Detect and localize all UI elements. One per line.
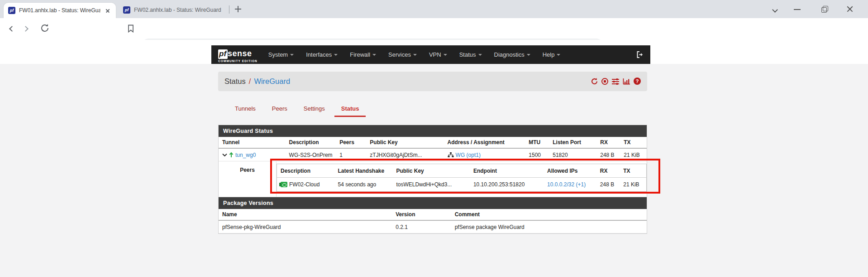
tab-title: FW02.anhlx.lab - Status: WireGuard	[134, 7, 223, 13]
tunnel-tx: 21 KiB	[620, 152, 647, 158]
pfsense-menu: System Interfaces Firewall Services VPN …	[268, 51, 561, 58]
caret-down-icon	[444, 54, 447, 56]
peer-handshake-icon	[281, 182, 287, 187]
menu-diagnostics[interactable]: Diagnostics	[494, 51, 530, 58]
peers-subtable: Description Latest Handshake Public Key …	[277, 164, 647, 192]
browser-tab-fw01[interactable]: pf FW01.anhlx.lab - Status: WireGua	[4, 3, 116, 18]
tab-settings[interactable]: Settings	[297, 103, 332, 117]
page-action-icons: ?	[591, 78, 641, 85]
collapse-chevron-icon[interactable]	[222, 153, 227, 157]
pfsense-logo[interactable]: pfsense COMMUNITY EDITION	[218, 49, 258, 63]
package-version: 0.2.1	[392, 224, 451, 230]
tab-tunnels[interactable]: Tunnels	[228, 103, 262, 117]
tunnel-peers-count: 1	[336, 152, 366, 158]
tunnel-name-link[interactable]: tun_wg0	[235, 152, 256, 158]
peer-allowed-ips-link[interactable]: 10.0.0.2/32 (+1)	[547, 181, 586, 188]
wireguard-status-table: WireGuard Status Tunnel Description Peer…	[218, 125, 647, 198]
stop-refresh-icon[interactable]	[601, 78, 608, 85]
forward-button[interactable]	[22, 24, 33, 34]
screen: pf FW01.anhlx.lab - Status: WireGua pf F…	[0, 0, 868, 277]
refresh-icon[interactable]	[591, 78, 598, 85]
package-versions-table: Package Versions Name Version Comment pf…	[218, 197, 647, 234]
caret-down-icon	[334, 54, 338, 56]
tunnel-rx: 248 B	[596, 152, 620, 158]
tab-search-icon[interactable]	[771, 5, 780, 14]
back-button[interactable]	[6, 24, 17, 34]
package-table-header: Name Version Comment	[219, 209, 647, 221]
minimize-button[interactable]	[793, 5, 802, 14]
peer-row: FW02-Cloud 54 seconds ago tosWELDwdHi+Qk…	[277, 178, 646, 191]
menu-status[interactable]: Status	[459, 51, 482, 58]
caret-down-icon	[478, 54, 482, 56]
caret-down-icon	[413, 54, 417, 56]
peer-endpoint: 10.10.200.253:51820	[470, 181, 544, 188]
tunnel-listen-port: 51820	[549, 152, 596, 158]
tunnel-mtu: 1500	[525, 152, 549, 158]
menu-interfaces[interactable]: Interfaces	[306, 51, 338, 58]
caret-down-icon	[290, 54, 294, 56]
new-tab-button[interactable]	[234, 5, 243, 14]
pfsense-navbar: pfsense COMMUNITY EDITION System Interfa…	[211, 45, 650, 64]
caret-down-icon	[557, 54, 560, 56]
peers-expanded-row: Peers Description Latest Handshake Publi…	[219, 161, 647, 197]
tab-status[interactable]: Status	[334, 103, 366, 117]
restore-button[interactable]	[820, 5, 829, 14]
package-table-title: Package Versions	[219, 197, 647, 209]
browser-tab-fw02[interactable]: pf FW02.anhlx.lab - Status: WireGuard	[119, 4, 227, 16]
peer-latest-handshake: 54 seconds ago	[334, 181, 392, 188]
pfsense-logo-pf: pf	[218, 49, 228, 59]
filter-sliders-icon[interactable]	[611, 78, 620, 85]
menu-services[interactable]: Services	[388, 51, 417, 58]
status-table-header: Tunnel Description Peers Public Key Addr…	[219, 137, 647, 149]
pfsense-favicon: pf	[123, 6, 130, 14]
window-close-button[interactable]	[845, 5, 854, 14]
help-icon[interactable]: ?	[634, 78, 641, 85]
reload-button[interactable]	[40, 23, 50, 33]
browser-tab-strip: pf FW01.anhlx.lab - Status: WireGua pf F…	[0, 0, 868, 18]
pfsense-tabs: Tunnels Peers Settings Status	[228, 103, 368, 117]
bookmark-icon[interactable]	[126, 24, 136, 34]
tunnel-row: tun_wg0 WG-S2S-OnPrem 1 zTJHXGit0gAjDtSm…	[219, 149, 647, 161]
menu-system[interactable]: System	[268, 51, 294, 58]
package-row: pfSense-pkg-WireGuard 0.2.1 pfSense pack…	[219, 221, 647, 233]
tunnel-public-key: zTJHXGit0gAjDtSm...	[366, 152, 444, 158]
peers-label: Peers	[219, 161, 277, 197]
tunnel-interface-link[interactable]: WG (opt1)	[456, 152, 481, 158]
pfsense-edition-label: COMMUNITY EDITION	[218, 59, 258, 63]
status-table-title: WireGuard Status	[219, 125, 647, 137]
package-comment: pfSense package WireGuard	[451, 224, 647, 230]
caret-down-icon	[527, 54, 530, 56]
close-tab-icon[interactable]	[104, 7, 111, 14]
menu-firewall[interactable]: Firewall	[350, 51, 376, 58]
breadcrumb-section: Status	[224, 77, 246, 85]
breadcrumb: Status/WireGuard	[224, 77, 290, 86]
menu-vpn[interactable]: VPN	[429, 51, 447, 58]
caret-down-icon	[372, 54, 376, 56]
menu-help[interactable]: Help	[543, 51, 561, 58]
tab-peers[interactable]: Peers	[265, 103, 294, 117]
peer-public-key: tosWELDwdHi+Qkd3...	[392, 181, 470, 188]
logout-icon[interactable]	[636, 51, 644, 58]
peer-description: FW02-Cloud	[289, 181, 320, 188]
peer-tx: 21 KiB	[620, 181, 646, 188]
peers-subtable-header: Description Latest Handshake Public Key …	[277, 164, 646, 178]
tunnel-up-icon	[229, 152, 234, 158]
breadcrumb-separator: /	[249, 77, 251, 85]
tunnel-description: WG-S2S-OnPrem	[286, 152, 336, 158]
tab-title: FW01.anhlx.lab - Status: WireGua	[19, 7, 100, 14]
breadcrumb-panel: Status/WireGuard ?	[218, 72, 647, 91]
browser-toolbar: Not secure https://10.10.200.254/wg/stat…	[0, 18, 868, 40]
sitemap-icon	[448, 152, 454, 158]
traffic-graph-icon[interactable]	[623, 78, 630, 85]
pfsense-favicon: pf	[8, 7, 15, 14]
tab-divider	[229, 5, 229, 14]
package-name: pfSense-pkg-WireGuard	[219, 224, 392, 230]
pfsense-logo-sense: sense	[228, 49, 252, 58]
breadcrumb-page: WireGuard	[254, 77, 290, 85]
peer-rx: 248 B	[596, 181, 620, 188]
